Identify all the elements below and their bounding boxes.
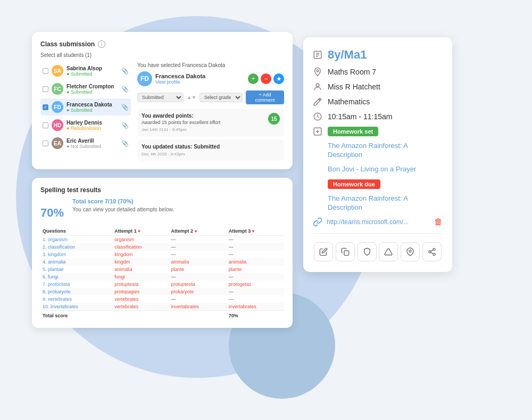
- student-item-selected[interactable]: ✓ FD Francesca Dakota ● Submitted 📎: [40, 98, 131, 116]
- table-row: 7. protoctista protuptestaprotuptestapro…: [40, 281, 284, 288]
- teams-link-row: http://teams.microsoft.com/... 🗑: [313, 217, 443, 227]
- svg-rect-4: [344, 251, 349, 256]
- points-timestamp: Jan 14th 2141 - 8:45pm: [142, 127, 280, 132]
- student-checkbox-5[interactable]: [43, 141, 48, 146]
- add-comment-button[interactable]: + Add comment: [246, 90, 284, 104]
- select-all-label: Select all students (1): [40, 52, 284, 58]
- svg-point-1: [316, 84, 319, 87]
- avatar-francesca: FD: [52, 101, 63, 113]
- avatar-harley: HD: [52, 119, 63, 131]
- selected-student-name: Francesca Dakota: [155, 73, 205, 79]
- svg-line-9: [430, 252, 433, 254]
- homework-set-badge: Homework set: [328, 127, 378, 136]
- svg-point-7: [429, 251, 431, 253]
- table-row: 2. classification classification——: [40, 243, 284, 251]
- col-attempt2: Attempt 2 ♥: [169, 227, 227, 236]
- svg-point-6: [433, 249, 435, 251]
- student-checkbox-2[interactable]: [43, 86, 48, 92]
- score-desc: You can view your detailed attempts belo…: [72, 207, 284, 212]
- link-icon: [313, 217, 322, 227]
- paperclip-icon-4: 📎: [121, 122, 129, 129]
- trash-icon[interactable]: 🗑: [434, 217, 443, 227]
- status-update-timestamp: Dec 4th 2020 - 8:43pm: [142, 152, 280, 157]
- homework-due-badge: Homework due: [328, 179, 380, 189]
- info-icon[interactable]: i: [98, 40, 105, 48]
- status-update-box: You updated status: Submitted Dec 4th 20…: [137, 139, 284, 161]
- status-update-title: You updated status: Submitted: [142, 144, 280, 150]
- col-questions: Questions: [40, 227, 112, 236]
- table-row: 3. kingdom kingdom——: [40, 251, 284, 258]
- subject-text: Mathematics: [328, 97, 370, 106]
- room-text: Maths Room 7: [328, 68, 376, 76]
- homework-set-link1[interactable]: The Amazon Rainforest: A Description: [328, 142, 443, 160]
- homework-set-link2[interactable]: Bon Jovi - Living on a Prayer: [328, 165, 416, 174]
- building-icon: [313, 50, 322, 60]
- divider: [313, 233, 443, 234]
- table-row: 1. organism organism——: [40, 236, 284, 244]
- homework-set-link1-row: The Amazon Rainforest: A Description: [313, 142, 443, 160]
- edit-button[interactable]: [314, 242, 333, 261]
- class-code-row: 8y/Ma1: [313, 48, 443, 62]
- clock-icon: [313, 112, 322, 121]
- grade-select[interactable]: Select grade: [200, 93, 243, 102]
- table-row: 9. vertebrates vertebrates——: [40, 295, 284, 303]
- status-select[interactable]: Submitted Not submitted Resubmission: [137, 93, 184, 102]
- spelling-card-title: Spelling test results: [40, 186, 101, 194]
- room-row: Maths Room 7: [313, 67, 443, 77]
- student-checkbox-3[interactable]: ✓: [43, 104, 48, 110]
- table-row: 5. plantae animaliaplanteplante: [40, 266, 284, 273]
- homework-set-row: Homework set: [313, 127, 443, 136]
- big-score: 70%: [40, 198, 64, 220]
- class-code: 8y/Ma1: [328, 48, 367, 62]
- homework-due-link[interactable]: The Amazon Rainforest: A Description: [328, 194, 443, 212]
- table-row: 10. invertebrates vertebratesinvertabrat…: [40, 303, 284, 311]
- location-icon: [313, 67, 322, 77]
- attempts-table: Questions Attempt 1 ♥ Attempt 2 ♥ Attemp…: [40, 227, 284, 319]
- points-title: You awarded points:: [142, 113, 280, 119]
- paperclip-icon-5: 📎: [121, 140, 129, 147]
- action-btn-add[interactable]: +: [248, 73, 259, 84]
- action-btn-remove[interactable]: −: [261, 73, 271, 84]
- view-profile-link[interactable]: View profile: [155, 79, 205, 85]
- copy-button[interactable]: [336, 242, 355, 261]
- teacher-text: Miss R Hatchett: [328, 83, 380, 91]
- bottom-icons-row: [313, 240, 443, 261]
- table-row: 8. prokaryote protopagiesprokaryote—: [40, 288, 284, 295]
- time-text: 10:15am - 11:15am: [328, 112, 392, 121]
- student-item[interactable]: FC Fletcher Crompton ● Submitted 📎: [40, 80, 131, 97]
- svg-point-8: [433, 253, 435, 256]
- col-attempt3: Attempt 3 ♥: [227, 227, 284, 236]
- shield-button[interactable]: [358, 242, 377, 261]
- right-panel: 8y/Ma1 Maths Room 7 Miss R Hatchett Math…: [303, 37, 452, 272]
- svg-point-5: [409, 250, 411, 252]
- student-list: SA Sabrina Alsop ● Submitted 📎 FC Fletch…: [40, 62, 131, 161]
- student-checkbox-4[interactable]: [43, 122, 48, 128]
- subject-row: Mathematics: [313, 97, 443, 106]
- action-btn-info[interactable]: ★: [273, 73, 284, 84]
- paperclip-icon-3: 📎: [121, 104, 129, 111]
- teams-link-text[interactable]: http://teams.microsoft.com/...: [327, 218, 409, 226]
- share-button[interactable]: [422, 242, 442, 261]
- avatar-eric: EA: [52, 137, 63, 149]
- homework-due-row: Homework due: [313, 179, 443, 189]
- spelling-card: Spelling test results 70% Total score 7/…: [32, 178, 293, 328]
- avatar-sabrina: SA: [52, 65, 63, 77]
- pin-button[interactable]: [401, 242, 420, 261]
- svg-line-10: [430, 250, 433, 252]
- student-item[interactable]: EA Eric Averill ● Not Submitted 📎: [40, 135, 131, 152]
- triangle-button[interactable]: [379, 242, 398, 261]
- col-attempt1: Attempt 1 ♥: [112, 227, 169, 236]
- student-checkbox-1[interactable]: [43, 68, 48, 74]
- teacher-row: Miss R Hatchett: [313, 82, 443, 92]
- total-row: Total score 70%: [40, 311, 284, 320]
- total-score-label: Total score 7/10 (70%): [72, 198, 284, 204]
- submission-card-title: Class submission: [40, 40, 95, 48]
- points-description: Awarded 15 points for excellent effort: [142, 120, 280, 125]
- student-item[interactable]: HD Harley Dennis ● Resubmission 📎: [40, 117, 131, 134]
- points-box: You awarded points: Awarded 15 points fo…: [137, 109, 284, 136]
- left-column: Class submission i Select all students (…: [32, 32, 293, 399]
- student-item[interactable]: SA Sabrina Alsop ● Submitted 📎: [40, 62, 131, 79]
- points-badge: 15: [268, 113, 280, 125]
- detail-header: You have selected Francesca Dakota: [137, 62, 284, 68]
- homework-due-link-row: The Amazon Rainforest: A Description: [313, 194, 443, 212]
